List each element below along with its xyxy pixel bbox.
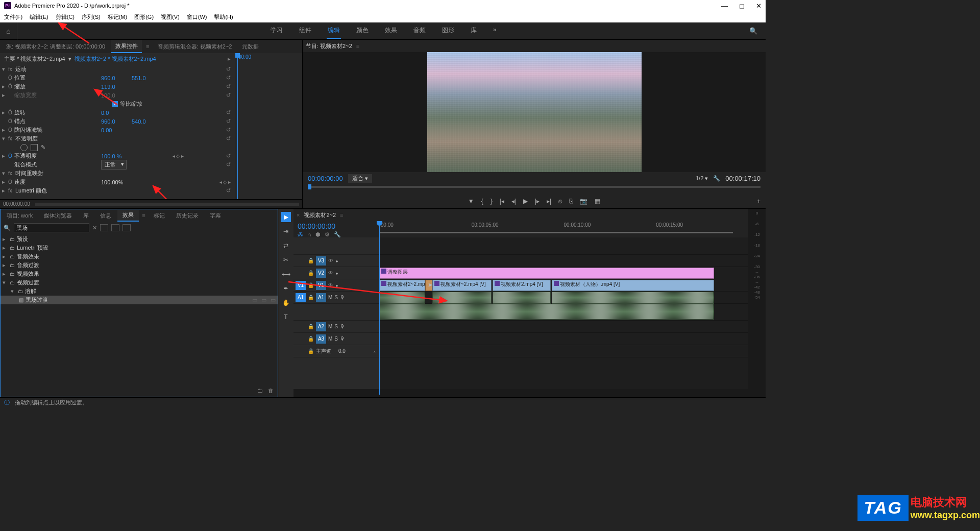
effects-search-input[interactable] <box>14 223 89 232</box>
reset-icon[interactable]: ↺ <box>224 75 233 81</box>
reset-icon[interactable]: ↺ <box>224 92 233 99</box>
program-scrubber[interactable] <box>308 186 761 188</box>
fx-opacity-header[interactable]: ▾fx 不透明度 ↺ <box>0 134 235 143</box>
tab-source[interactable]: 源: 视频素材2~2: 调整图层: 00:00:00:00 <box>2 41 109 53</box>
mute-button[interactable]: M <box>328 295 332 300</box>
track-header-v1[interactable]: V1🔒V1👁⬥ <box>293 279 379 292</box>
play-icon[interactable]: ▶ <box>523 198 528 205</box>
effect-timecode[interactable]: 00:00:00:00 <box>3 201 30 207</box>
solo-button[interactable]: S <box>334 324 338 329</box>
ws-libraries[interactable]: 库 <box>470 23 478 39</box>
clip-a1-3[interactable] <box>552 292 714 304</box>
stopwatch-icon[interactable]: Ő <box>8 84 14 89</box>
lock-icon[interactable]: 🔒 <box>308 295 314 300</box>
button-editor-icon[interactable]: + <box>757 198 761 205</box>
track-header-v2[interactable]: 🔒V2👁⬥ <box>293 267 379 279</box>
track-header-master[interactable]: 🔒主声道0.0⫠ <box>293 345 379 357</box>
ws-color[interactable]: 颜色 <box>355 23 370 39</box>
reset-icon[interactable]: ↺ <box>224 118 233 125</box>
eye-icon[interactable]: 👁 <box>328 282 333 288</box>
resolution-select[interactable]: 1/2 ▾ <box>696 175 708 182</box>
comparison-icon[interactable]: ▦ <box>595 198 600 205</box>
solo-button[interactable]: S <box>334 295 338 300</box>
clip-v1-3[interactable]: 视频素材（人物）.mp4 [V] <box>552 280 714 291</box>
source-patch[interactable]: A1 <box>296 293 306 302</box>
eye-icon[interactable]: ⬥ <box>335 282 338 288</box>
ws-effects[interactable]: 效果 <box>384 23 398 39</box>
tab-project[interactable]: 项目: work <box>2 210 38 221</box>
reset-icon[interactable]: ↺ <box>224 127 233 133</box>
eye-icon[interactable]: 👁 <box>328 270 333 276</box>
tree-video-effects[interactable]: ▸🗀视频效果 <box>1 270 278 278</box>
mark-out-icon[interactable]: { <box>481 198 483 205</box>
solo-button[interactable]: S <box>334 336 338 342</box>
lock-icon[interactable]: 🔒 <box>308 258 314 263</box>
reset-icon[interactable]: ↺ <box>224 83 233 90</box>
position-y[interactable]: 551.0 <box>132 75 162 81</box>
tab-audio-mixer[interactable]: 音频剪辑混合器: 视频素材2~2 <box>154 41 236 53</box>
panel-menu-icon[interactable]: ≡ <box>340 212 343 218</box>
timeline-close-icon[interactable]: × <box>297 212 300 218</box>
lock-icon[interactable]: 🔒 <box>308 336 314 342</box>
program-viewer[interactable] <box>303 52 766 172</box>
effect-mini-timeline[interactable]: 00:00 <box>235 53 302 199</box>
clip-v1-0[interactable]: 视频素材2~2.mp4 [V] <box>379 280 425 291</box>
tree-dissolve[interactable]: ▾🗀溶解 <box>1 287 278 296</box>
extract-icon[interactable]: ⎘ <box>569 198 573 205</box>
step-back-icon[interactable]: ◂| <box>511 198 516 205</box>
tab-effects[interactable]: 效果 <box>117 210 139 222</box>
clip-a1-wave[interactable] <box>379 304 714 320</box>
menu-file[interactable]: 文件(F) <box>4 13 22 21</box>
kf-prev-icon[interactable]: ◂ <box>219 179 222 185</box>
lift-icon[interactable]: ⎋ <box>558 198 562 205</box>
timeline-content[interactable]: 调整图层 视频素材2~2.mp4 [V] 视频素材~2.mp4 [V] 视频素材… <box>379 237 748 389</box>
track-header-v3[interactable]: 🔒V3👁⬥ <box>293 255 379 267</box>
program-timecode[interactable]: 00:00:00:00 <box>308 175 343 182</box>
tab-media-browser[interactable]: 媒体浏览器 <box>39 210 77 221</box>
tab-metadata[interactable]: 元数据 <box>238 41 263 53</box>
reset-icon[interactable]: ↺ <box>224 161 233 168</box>
opacity-value[interactable]: 100.0 % <box>101 153 132 159</box>
flicker-value[interactable]: 0.00 <box>101 127 132 133</box>
mask-rect-icon[interactable] <box>31 144 38 151</box>
voice-icon[interactable]: 🎙 <box>340 295 345 300</box>
razor-tool-icon[interactable]: ✂ <box>281 255 291 265</box>
zoom-fit-select[interactable]: 适合 ▾ <box>348 174 372 183</box>
menu-clip[interactable]: 剪辑(C) <box>56 13 75 21</box>
reset-icon[interactable]: ↺ <box>224 109 233 116</box>
timeline-ruler[interactable]: :00:00 00:00:05:00 00:00:10:00 00:00:15:… <box>379 221 748 237</box>
kf-next-icon[interactable]: ▸ <box>181 153 184 159</box>
track-header-a2[interactable]: 🔒A2MS🎙 <box>293 321 379 333</box>
ws-more[interactable]: » <box>492 23 498 39</box>
panel-menu-icon[interactable]: ≡ <box>140 212 147 219</box>
tree-audio-transitions[interactable]: ▸🗀音频过渡 <box>1 261 278 270</box>
fx-badge-32bit-icon[interactable] <box>111 224 119 231</box>
track-select-tool-icon[interactable]: ⇥ <box>281 226 291 236</box>
fx-badge-yuv-icon[interactable] <box>122 224 131 231</box>
timeline-playhead[interactable] <box>379 221 380 395</box>
stopwatch-icon[interactable]: Ő <box>8 179 14 185</box>
tree-video-transitions[interactable]: ▾🗀视频过渡 <box>1 278 278 287</box>
mute-button[interactable]: M <box>328 336 332 342</box>
close-button[interactable]: ✕ <box>756 2 762 10</box>
export-frame-icon[interactable]: 📷 <box>580 198 587 205</box>
fx-badge-accel-icon[interactable] <box>100 224 108 231</box>
menu-graphics[interactable]: 图形(G) <box>134 13 154 21</box>
kf-next-icon[interactable]: ▸ <box>228 179 231 185</box>
ws-assembly[interactable]: 组件 <box>298 23 312 39</box>
tab-markers[interactable]: 标记 <box>149 210 170 221</box>
stopwatch-icon[interactable]: Ő <box>8 75 14 81</box>
go-to-in-icon[interactable]: |◂ <box>500 198 504 205</box>
lock-icon[interactable]: 🔒 <box>308 324 314 329</box>
tab-captions[interactable]: 字幕 <box>205 210 226 221</box>
chevron-down-icon[interactable]: ▾ <box>68 56 71 62</box>
eye-icon[interactable]: 👁 <box>328 258 333 263</box>
eye-icon[interactable]: ⬥ <box>335 270 338 276</box>
fx-timeremap-header[interactable]: ▾fx 时间重映射 <box>0 169 235 178</box>
effect-scrubber[interactable] <box>35 203 299 206</box>
clip-v1-1[interactable]: 视频素材~2.mp4 [V] <box>432 280 492 291</box>
go-to-out-icon[interactable]: ▸| <box>547 198 551 205</box>
search-icon[interactable]: 🔍 <box>749 27 757 35</box>
voice-icon[interactable]: 🎙 <box>340 324 345 329</box>
ws-learn[interactable]: 学习 <box>270 23 284 39</box>
